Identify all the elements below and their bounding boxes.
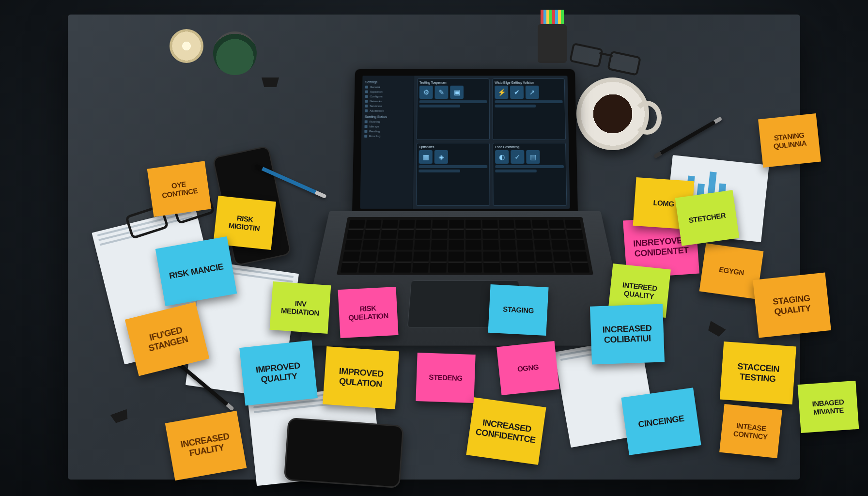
keyboard-key[interactable] [548, 219, 565, 228]
keyboard-key[interactable] [466, 219, 481, 228]
keyboard-key[interactable] [482, 219, 498, 228]
sticky-note: RISK QUELATION [338, 287, 398, 338]
sticky-note: STETCHER [675, 190, 740, 246]
keyboard-key[interactable] [466, 262, 482, 273]
dashboard-panel[interactable]: Esee Cosrathitng◐✓▤ [493, 143, 567, 206]
keyboard-key[interactable] [432, 219, 448, 228]
keyboard-key[interactable] [449, 240, 465, 249]
keyboard-key[interactable] [449, 219, 465, 228]
keyboard-key[interactable] [414, 240, 430, 249]
keyboard-key[interactable] [413, 251, 429, 261]
keyboard-key[interactable] [499, 219, 515, 228]
keyboard-key[interactable] [553, 251, 570, 261]
keyboard-key[interactable] [397, 240, 413, 249]
keyboard-key[interactable] [515, 219, 531, 228]
keyboard-key[interactable] [342, 251, 360, 261]
keyboard-key[interactable] [570, 251, 588, 261]
keyboard-key[interactable] [395, 251, 412, 261]
sidebar-item[interactable]: Networks [365, 99, 410, 104]
panel-tile-icon[interactable]: ▣ [450, 86, 464, 99]
sidebar-item[interactable]: Idle sys [364, 124, 410, 129]
keyboard-key[interactable] [362, 240, 379, 249]
keyboard-key[interactable] [532, 219, 548, 228]
keyboard-key[interactable] [466, 229, 481, 239]
keyboard-key[interactable] [565, 219, 582, 228]
keyboard-key[interactable] [398, 229, 414, 239]
keyboard-key[interactable] [551, 240, 568, 249]
panel-tile-icon[interactable]: ↗ [526, 86, 539, 99]
keyboard-key[interactable] [466, 251, 482, 261]
keyboard-key[interactable] [394, 262, 411, 273]
keyboard-key[interactable] [554, 262, 572, 273]
keyboard-key[interactable] [448, 262, 465, 273]
panel-tile-icon[interactable]: ✓ [511, 150, 524, 164]
sidebar-item[interactable]: General [365, 85, 411, 90]
keyboard-key[interactable] [379, 240, 396, 249]
keyboard-key[interactable] [416, 219, 432, 228]
keyboard-key[interactable] [346, 229, 363, 239]
keyboard-key[interactable] [412, 262, 429, 273]
dashboard-panel[interactable]: Wisto Eilge Gatttrcy Vollston⚡✔↗ [492, 78, 566, 140]
keyboard-key[interactable] [466, 240, 482, 249]
sidebar-item[interactable]: Running [365, 119, 411, 124]
keyboard-key[interactable] [432, 229, 448, 239]
keyboard-key[interactable] [449, 229, 464, 239]
keyboard-key[interactable] [415, 229, 431, 239]
keyboard-key[interactable] [360, 251, 377, 261]
keyboard-key[interactable] [358, 262, 376, 273]
keyboard-key[interactable] [431, 251, 447, 261]
dashboard-panel[interactable]: Testting Toepencen⚙✎▣ [417, 78, 490, 140]
panel-tile-icon[interactable]: ⚡ [495, 86, 508, 99]
keyboard-key[interactable] [568, 240, 586, 249]
keyboard-key[interactable] [483, 240, 499, 249]
keyboard-key[interactable] [381, 229, 397, 239]
keyboard-key[interactable] [364, 229, 381, 239]
panel-tile-icon[interactable]: ✎ [434, 86, 448, 99]
panel-tile-icon[interactable]: ▦ [419, 150, 433, 164]
keyboard-key[interactable] [382, 219, 399, 228]
keyboard-key[interactable] [365, 219, 382, 228]
panel-tile-icon[interactable]: ▤ [526, 150, 540, 164]
keyboard-key[interactable] [430, 262, 447, 273]
sidebar-item[interactable]: Appearan [365, 90, 411, 94]
keyboard-key[interactable] [501, 262, 518, 273]
keyboard[interactable] [337, 217, 593, 275]
keyboard-key[interactable] [376, 262, 394, 273]
keyboard-key[interactable] [483, 262, 500, 273]
panel-tile-icon[interactable]: ◐ [495, 150, 509, 164]
sidebar-item[interactable]: Configura [365, 94, 411, 99]
dashboard-panel[interactable]: Opttanines▦◈ [416, 143, 490, 206]
keyboard-key[interactable] [572, 262, 589, 273]
keyboard-key[interactable] [500, 251, 517, 261]
sidebar-item[interactable]: Advanceds [365, 108, 411, 113]
panel-tile-icon[interactable]: ✔ [510, 86, 524, 99]
keyboard-key[interactable] [499, 229, 515, 239]
keyboard-key[interactable] [378, 251, 395, 261]
keyboard-key[interactable] [483, 251, 499, 261]
keyboard-key[interactable] [550, 229, 567, 239]
dashboard-app[interactable]: Settings GeneralAppearanConfiguraNetwork… [360, 76, 570, 209]
keyboard-key[interactable] [500, 240, 516, 249]
panel-tile-icon[interactable]: ◈ [434, 150, 448, 164]
keyboard-key[interactable] [431, 240, 447, 249]
sidebar-item[interactable]: Pending [364, 129, 410, 134]
keyboard-key[interactable] [448, 251, 464, 261]
keyboard-key[interactable] [534, 240, 551, 249]
keyboard-key[interactable] [344, 240, 362, 249]
keyboard-key[interactable] [533, 229, 549, 239]
sticky-note: INCREASED COLIBATIUI [590, 304, 665, 364]
keyboard-key[interactable] [399, 219, 415, 228]
keyboard-key[interactable] [516, 229, 532, 239]
keyboard-key[interactable] [536, 262, 554, 273]
keyboard-key[interactable] [348, 219, 365, 228]
keyboard-key[interactable] [340, 262, 358, 273]
keyboard-key[interactable] [535, 251, 552, 261]
keyboard-key[interactable] [518, 251, 535, 261]
keyboard-key[interactable] [519, 262, 536, 273]
sidebar-item[interactable]: Servicess [365, 104, 411, 108]
sidebar-item[interactable]: Error log [364, 134, 410, 139]
keyboard-key[interactable] [566, 229, 583, 239]
panel-tile-icon[interactable]: ⚙ [419, 86, 433, 99]
keyboard-key[interactable] [482, 229, 498, 239]
keyboard-key[interactable] [517, 240, 533, 249]
